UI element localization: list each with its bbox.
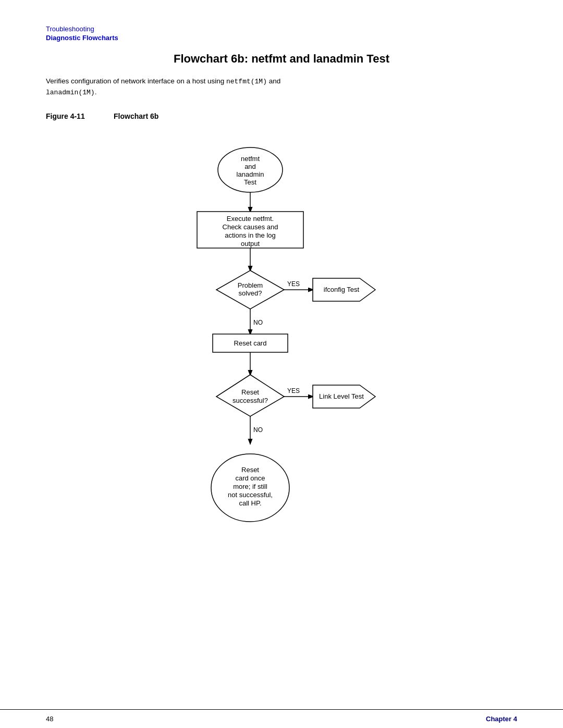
svg-text:ifconfig Test: ifconfig Test xyxy=(324,286,360,293)
svg-text:solved?: solved? xyxy=(239,289,262,297)
page-title: Flowchart 6b: netfmt and lanadmin Test xyxy=(46,52,517,66)
svg-text:actions in the log: actions in the log xyxy=(225,231,276,239)
description-text: Verifies configuration of network interf… xyxy=(46,77,226,85)
svg-text:Test: Test xyxy=(244,178,256,186)
svg-text:Reset: Reset xyxy=(241,466,259,474)
svg-text:more; if still: more; if still xyxy=(233,483,267,490)
figure-title: Flowchart 6b xyxy=(114,112,158,120)
svg-text:NO: NO xyxy=(253,319,263,326)
svg-text:call HP.: call HP. xyxy=(239,499,261,507)
svg-text:NO: NO xyxy=(253,426,263,434)
footer-chapter: Chapter 4 xyxy=(486,715,517,723)
svg-text:Reset: Reset xyxy=(241,388,259,396)
svg-text:Check causes and: Check causes and xyxy=(223,223,278,231)
main-content: Flowchart 6b: netfmt and lanadmin Test V… xyxy=(46,52,517,563)
figure-number: Figure 4-11 xyxy=(46,112,93,120)
svg-text:YES: YES xyxy=(287,280,300,288)
breadcrumb: Troubleshooting Diagnostic Flowcharts xyxy=(46,25,118,42)
svg-text:output: output xyxy=(241,240,260,248)
svg-text:Reset card: Reset card xyxy=(234,339,267,347)
svg-text:Execute netfmt.: Execute netfmt. xyxy=(227,215,274,223)
description-and: and xyxy=(267,77,280,85)
svg-text:YES: YES xyxy=(287,387,300,394)
description-code2: lanadmin(1M) xyxy=(46,89,95,96)
svg-text:lanadmin: lanadmin xyxy=(237,170,264,178)
breadcrumb-troubleshooting[interactable]: Troubleshooting xyxy=(46,25,118,33)
footer: 48 Chapter 4 xyxy=(0,709,563,728)
flowchart-svg: YES NO YES NO xyxy=(136,131,427,563)
figure-label: Figure 4-11 Flowchart 6b xyxy=(46,112,517,120)
description-end: . xyxy=(95,88,97,96)
svg-text:Link Level Test: Link Level Test xyxy=(319,392,364,400)
description: Verifies configuration of network interf… xyxy=(46,76,517,97)
svg-text:netfmt: netfmt xyxy=(241,155,260,163)
svg-text:card once: card once xyxy=(235,474,265,482)
flowchart-container: YES NO YES NO xyxy=(46,131,517,563)
svg-text:and: and xyxy=(244,163,256,170)
svg-text:successful?: successful? xyxy=(232,397,268,404)
svg-text:Problem: Problem xyxy=(238,281,263,289)
footer-page-number: 48 xyxy=(46,715,53,723)
flowchart: YES NO YES NO xyxy=(136,131,427,563)
svg-text:not successful,: not successful, xyxy=(228,491,273,499)
breadcrumb-diagnostic[interactable]: Diagnostic Flowcharts xyxy=(46,34,118,42)
description-code1: netfmt(1M) xyxy=(226,78,267,85)
